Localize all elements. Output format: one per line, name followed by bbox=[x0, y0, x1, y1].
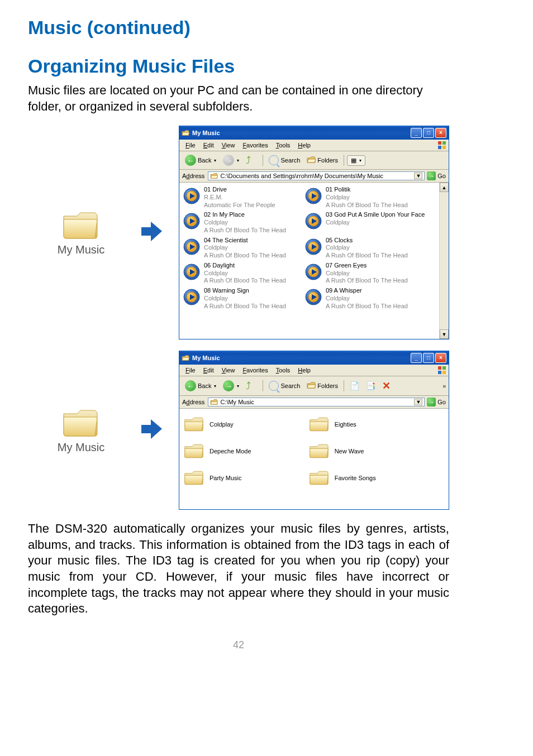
menu-file[interactable]: File bbox=[182, 141, 199, 150]
file-item[interactable]: 01 Drive R.E.M. Automatic For The People bbox=[183, 186, 304, 209]
file-item[interactable]: 09 A Whisper Coldplay A Rush Of Blood To… bbox=[304, 287, 426, 310]
search-button[interactable]: Search bbox=[266, 379, 303, 393]
file-artist: Coldplay bbox=[326, 219, 425, 227]
file-artist: Coldplay bbox=[326, 295, 408, 303]
folder-name: Party Music bbox=[210, 475, 241, 481]
file-album: Automatic For The People bbox=[204, 202, 275, 209]
folder-item[interactable]: Party Music bbox=[184, 469, 309, 487]
move-to-button[interactable]: 📄 bbox=[347, 380, 362, 392]
file-title: 09 A Whisper bbox=[326, 287, 408, 295]
file-title: 01 Drive bbox=[204, 186, 275, 194]
back-button[interactable]: ←Back▾ bbox=[182, 379, 219, 393]
menu-view[interactable]: View bbox=[218, 366, 239, 375]
forward-button[interactable]: →▾ bbox=[220, 379, 242, 393]
file-album: A Rush Of Blood To The Head bbox=[204, 227, 286, 235]
file-item[interactable]: 05 Clocks Coldplay A Rush Of Blood To Th… bbox=[304, 237, 426, 260]
file-item[interactable]: 03 God Put A Smile Upon Your Face Coldpl… bbox=[304, 211, 426, 234]
file-title: 07 Green Eyes bbox=[326, 262, 408, 270]
back-label: Back bbox=[198, 382, 211, 389]
menu-tools[interactable]: Tools bbox=[272, 366, 294, 375]
folder-item[interactable]: Eighties bbox=[309, 415, 434, 433]
address-folder-icon bbox=[210, 173, 218, 179]
address-input[interactable]: C:\Documents and Settings\rrohm\My Docum… bbox=[208, 171, 425, 180]
folders-button[interactable]: Folders bbox=[304, 380, 341, 392]
file-artist: Coldplay bbox=[326, 244, 408, 252]
media-file-icon bbox=[183, 187, 201, 205]
menu-file[interactable]: File bbox=[182, 366, 199, 375]
menu-favorites[interactable]: Favorites bbox=[239, 141, 272, 150]
menu-tools[interactable]: Tools bbox=[272, 141, 294, 150]
overflow-button[interactable]: » bbox=[442, 383, 446, 389]
figure-subfolders: My Music My Music _ □ × FileEditViewFavo… bbox=[28, 351, 449, 510]
file-artist: Coldplay bbox=[204, 270, 286, 277]
folder-name: Coldplay bbox=[210, 421, 234, 428]
go-button[interactable]: →Go bbox=[427, 171, 446, 180]
file-artist: Coldplay bbox=[204, 244, 286, 252]
file-album: A Rush Of Blood To The Head bbox=[204, 303, 286, 310]
up-button[interactable]: ⤴ bbox=[243, 379, 260, 393]
menu-view[interactable]: View bbox=[218, 141, 239, 150]
page-heading: Music (continued) bbox=[28, 17, 449, 39]
media-file-icon bbox=[304, 263, 322, 281]
menu-help[interactable]: Help bbox=[294, 366, 315, 375]
titlebar-folder-icon bbox=[182, 130, 189, 136]
folder-item[interactable]: Depeche Mode bbox=[184, 442, 309, 460]
close-button[interactable]: × bbox=[435, 128, 446, 138]
folders-label: Folders bbox=[317, 157, 338, 164]
folder-item[interactable]: Favorite Songs bbox=[309, 469, 434, 487]
address-input[interactable]: C:\My Music ▼ bbox=[208, 398, 425, 406]
window-title: My Music bbox=[192, 355, 411, 361]
close-button[interactable]: × bbox=[435, 353, 446, 363]
up-button[interactable]: ⤴ bbox=[243, 153, 260, 168]
folder-item[interactable]: New Wave bbox=[309, 442, 434, 460]
file-artist: Coldplay bbox=[204, 295, 286, 303]
figure-flat: My Music My Music _ □ × FileEditViewFavo… bbox=[28, 126, 449, 339]
file-item[interactable]: 01 Politik Coldplay A Rush Of Blood To T… bbox=[304, 186, 426, 209]
address-dropdown-icon[interactable]: ▼ bbox=[414, 399, 422, 405]
file-artist: Coldplay bbox=[326, 194, 408, 202]
menu-favorites[interactable]: Favorites bbox=[239, 366, 272, 375]
file-title: 01 Politik bbox=[326, 186, 408, 194]
search-label: Search bbox=[280, 382, 300, 389]
menu-edit[interactable]: Edit bbox=[199, 366, 218, 375]
file-item[interactable]: 07 Green Eyes Coldplay A Rush Of Blood T… bbox=[304, 262, 426, 285]
search-button[interactable]: Search bbox=[266, 154, 303, 167]
delete-button[interactable]: ✕ bbox=[379, 378, 393, 394]
media-file-icon bbox=[304, 238, 322, 256]
maximize-button[interactable]: □ bbox=[423, 128, 434, 138]
folder-name: Favorite Songs bbox=[335, 475, 376, 481]
file-item[interactable]: 04 The Scientist Coldplay A Rush Of Bloo… bbox=[183, 237, 304, 260]
menu-edit[interactable]: Edit bbox=[199, 141, 218, 150]
arrow-right-icon bbox=[139, 219, 164, 246]
scroll-down-icon[interactable]: ▼ bbox=[440, 329, 449, 339]
file-item[interactable]: 08 Warning Sign Coldplay A Rush Of Blood… bbox=[183, 287, 304, 310]
minimize-button[interactable]: _ bbox=[411, 128, 422, 138]
go-button[interactable]: →Go bbox=[427, 398, 446, 406]
scrollbar[interactable]: ▲ ▼ bbox=[439, 183, 449, 339]
file-item[interactable]: 02 In My Place Coldplay A Rush Of Blood … bbox=[183, 211, 304, 234]
folder-item[interactable]: Coldplay bbox=[184, 415, 309, 433]
minimize-button[interactable]: _ bbox=[411, 353, 422, 363]
file-title: 08 Warning Sign bbox=[204, 287, 286, 295]
views-button[interactable]: ▦▾ bbox=[347, 155, 365, 166]
file-artist: Coldplay bbox=[326, 270, 408, 277]
copy-to-button[interactable]: 📑 bbox=[363, 380, 378, 392]
titlebar-folder-icon bbox=[182, 355, 189, 361]
maximize-button[interactable]: □ bbox=[423, 353, 434, 363]
page-number: 42 bbox=[28, 639, 449, 651]
address-dropdown-icon[interactable]: ▼ bbox=[414, 173, 422, 179]
folder-icon bbox=[309, 415, 329, 433]
folders-label: Folders bbox=[317, 382, 338, 389]
file-album: A Rush Of Blood To The Head bbox=[204, 277, 286, 285]
forward-button[interactable]: →▾ bbox=[220, 153, 242, 168]
media-file-icon bbox=[304, 187, 322, 205]
menu-help[interactable]: Help bbox=[294, 141, 315, 150]
arrow-right-icon bbox=[139, 417, 164, 444]
file-title: 03 God Put A Smile Upon Your Face bbox=[326, 211, 425, 219]
scroll-up-icon[interactable]: ▲ bbox=[440, 183, 449, 192]
file-album: A Rush Of Blood To The Head bbox=[326, 252, 408, 260]
back-button[interactable]: ←Back▾ bbox=[182, 153, 219, 168]
folder-label: My Music bbox=[58, 243, 104, 256]
file-item[interactable]: 06 Daylight Coldplay A Rush Of Blood To … bbox=[183, 262, 304, 285]
folders-button[interactable]: Folders bbox=[304, 154, 341, 166]
